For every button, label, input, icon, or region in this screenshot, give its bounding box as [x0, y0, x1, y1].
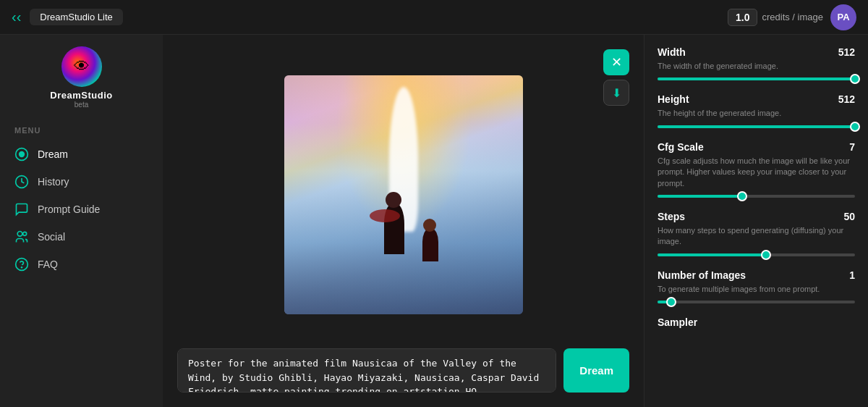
- logo-icon: 👁: [61, 46, 102, 87]
- logo-name: DreamStudio: [50, 90, 112, 101]
- control-width-name: Width: [658, 46, 686, 58]
- steps-slider-track[interactable]: [658, 253, 855, 256]
- topbar-right: 1.0 credits / image PA: [728, 4, 856, 30]
- width-slider-track[interactable]: [658, 77, 855, 80]
- dream-button[interactable]: Dream: [563, 348, 629, 393]
- control-steps-value: 50: [843, 211, 855, 222]
- width-slider-thumb[interactable]: [850, 74, 860, 84]
- sidebar-item-history[interactable]: History: [0, 168, 163, 196]
- control-steps-name: Steps: [658, 211, 685, 222]
- svg-point-2: [23, 232, 27, 235]
- history-icon: [14, 175, 29, 189]
- user-avatar[interactable]: PA: [830, 4, 856, 30]
- sidebar-item-label-dream: Dream: [38, 148, 68, 160]
- collapse-sidebar-button[interactable]: ‹‹: [12, 9, 21, 25]
- topbar: ‹‹ DreamStudio Lite 1.0 credits / image …: [0, 0, 868, 35]
- control-num-images-desc: To generate multiple images from one pro…: [658, 284, 855, 295]
- control-cfg-desc: Cfg scale adjusts how much the image wil…: [658, 156, 855, 189]
- cfg-slider-track[interactable]: [658, 195, 855, 198]
- control-width-value: 512: [838, 46, 855, 58]
- control-width: Width 512 The width of the generated ima…: [658, 46, 855, 80]
- sidebar-item-faq[interactable]: FAQ: [0, 251, 163, 278]
- download-image-button[interactable]: ⬇: [603, 80, 629, 106]
- figure-main: [384, 204, 404, 254]
- main-layout: 👁 DreamStudio beta MENU Dream History Pr: [0, 35, 868, 407]
- control-width-header: Width 512: [658, 46, 855, 58]
- dream-icon: [14, 147, 29, 161]
- control-sampler-name: Sampler: [658, 316, 697, 328]
- control-steps-desc: How many steps to spend generating (diff…: [658, 225, 855, 248]
- sidebar-item-prompt-guide[interactable]: Prompt Guide: [0, 196, 163, 223]
- svg-point-1: [17, 232, 22, 237]
- logo-area: 👁 DreamStudio beta: [0, 46, 163, 120]
- control-steps: Steps 50 How many steps to spend generat…: [658, 211, 855, 256]
- control-sampler: Sampler: [658, 316, 855, 331]
- control-height-header: Height 512: [658, 93, 855, 105]
- control-num-images-header: Number of Images 1: [658, 269, 855, 281]
- cfg-slider-fill: [658, 195, 742, 198]
- num-images-slider-track[interactable]: [658, 301, 855, 303]
- sidebar-item-label-faq: FAQ: [38, 259, 58, 270]
- sidebar-item-label-social: Social: [38, 231, 65, 243]
- width-slider-fill: [658, 77, 855, 80]
- control-height: Height 512 The height of the generated i…: [658, 93, 855, 127]
- control-width-desc: The width of the generated image.: [658, 61, 855, 72]
- control-height-value: 512: [838, 93, 855, 105]
- control-sampler-header: Sampler: [658, 316, 855, 328]
- height-slider-thumb[interactable]: [850, 122, 860, 132]
- num-images-slider-thumb[interactable]: [666, 297, 676, 307]
- content-area: ✕ ⬇ Poster for the animated film Nausica…: [163, 35, 644, 407]
- sidebar-item-social[interactable]: Social: [0, 223, 163, 251]
- height-slider-track[interactable]: [658, 125, 855, 128]
- control-cfg-header: Cfg Scale 7: [658, 141, 855, 153]
- sidebar: 👁 DreamStudio beta MENU Dream History Pr: [0, 35, 163, 407]
- sidebar-item-label-prompt-guide: Prompt Guide: [38, 204, 100, 215]
- right-panel: Width 512 The width of the generated ima…: [644, 35, 868, 407]
- steps-slider-thumb[interactable]: [761, 250, 771, 260]
- control-num-images: Number of Images 1 To generate multiple …: [658, 269, 855, 303]
- figure-secondary: [422, 229, 438, 261]
- app-name-badge: DreamStudio Lite: [30, 9, 122, 25]
- sidebar-item-label-history: History: [38, 176, 69, 188]
- control-height-desc: The height of the generated image.: [658, 108, 855, 119]
- steps-slider-fill: [658, 253, 766, 256]
- control-height-name: Height: [658, 93, 689, 105]
- prompt-guide-icon: [14, 202, 29, 217]
- control-steps-header: Steps 50: [658, 211, 855, 222]
- topbar-left: ‹‹ DreamStudio Lite: [12, 9, 123, 25]
- prompt-input[interactable]: Poster for the animated film Nausicaa of…: [177, 348, 556, 393]
- cfg-slider-thumb[interactable]: [737, 191, 747, 201]
- sidebar-item-dream[interactable]: Dream: [0, 140, 163, 168]
- control-cfg-name: Cfg Scale: [658, 141, 704, 153]
- control-num-images-value: 1: [849, 269, 855, 281]
- credits-value: 1.0: [728, 9, 757, 26]
- logo-beta: beta: [75, 101, 88, 109]
- prompt-area: Poster for the animated film Nausicaa of…: [177, 348, 629, 393]
- faq-icon: [14, 257, 29, 272]
- menu-section-label: MENU: [0, 126, 163, 140]
- credits-label: credits / image: [762, 12, 823, 22]
- height-slider-fill: [658, 125, 855, 128]
- control-cfg-value: 7: [849, 141, 855, 153]
- eye-icon: 👁: [74, 57, 90, 76]
- image-area: ✕ ⬇: [177, 49, 629, 340]
- credits-box: 1.0 credits / image: [728, 9, 823, 26]
- control-num-images-name: Number of Images: [658, 269, 746, 281]
- social-icon: [14, 230, 29, 244]
- generated-image: [284, 75, 523, 314]
- control-cfg-scale: Cfg Scale 7 Cfg scale adjusts how much t…: [658, 141, 855, 198]
- close-image-button[interactable]: ✕: [603, 49, 629, 75]
